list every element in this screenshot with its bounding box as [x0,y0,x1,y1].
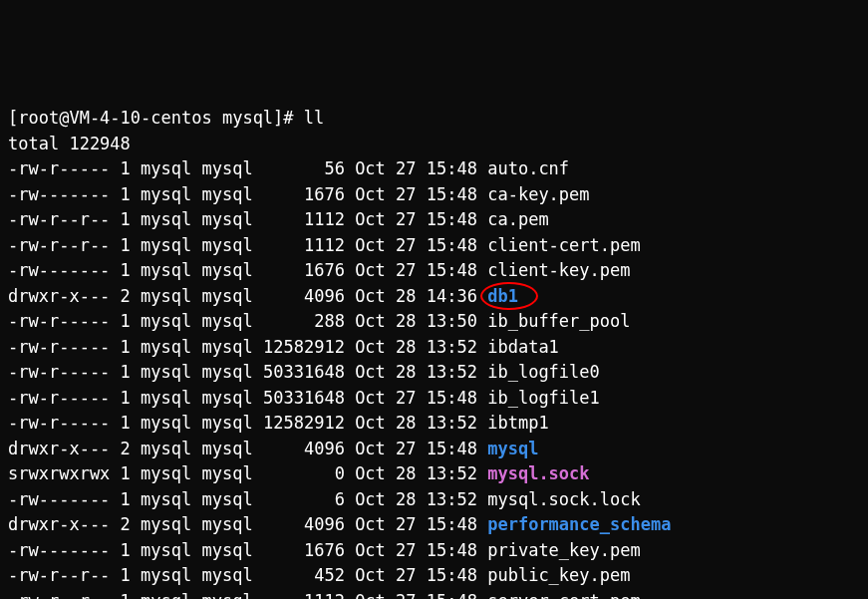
link-count: 1 [121,362,131,382]
permissions: -rw-r----- [8,311,110,331]
owner: mysql [141,286,191,306]
link-count: 1 [121,337,131,357]
size: 56 [263,158,345,178]
date: Oct 27 15:48 [355,540,477,560]
link-count: 1 [121,311,131,331]
group: mysql [202,413,253,433]
size: 4096 [263,439,345,458]
highlighted-file: db1 [487,284,518,310]
link-count: 1 [121,158,131,178]
group: mysql [202,439,253,458]
link-count: 1 [121,209,131,229]
size: 1676 [263,184,345,204]
size: 4096 [263,286,345,306]
file-row: srwxrwxrwx 1 mysql mysql 0 Oct 28 13:52 … [8,461,860,487]
terminal-output: [root@VM-4-10-centos mysql]# lltotal 122… [8,106,860,599]
file-row: -rw-r--r-- 1 mysql mysql 1112 Oct 27 15:… [8,207,860,233]
owner: mysql [141,540,191,560]
link-count: 2 [121,514,131,534]
date: Oct 27 15:48 [355,388,477,408]
permissions: -rw------- [8,489,110,509]
owner: mysql [141,362,191,382]
filename: db1 [487,286,518,306]
file-row: -rw-r--r-- 1 mysql mysql 1112 Oct 27 15:… [8,589,860,600]
date: Oct 28 14:36 [355,286,477,306]
date: Oct 28 13:52 [355,337,477,357]
file-row: -rw------- 1 mysql mysql 1676 Oct 27 15:… [8,182,860,208]
owner: mysql [141,565,191,585]
date: Oct 28 13:52 [355,489,477,509]
owner: mysql [141,388,191,408]
filename: ca-key.pem [487,184,589,204]
owner: mysql [141,209,191,229]
link-count: 1 [121,565,131,585]
date: Oct 27 15:48 [355,260,477,280]
owner: mysql [141,439,191,458]
group: mysql [202,337,253,357]
file-row: -rw------- 1 mysql mysql 1676 Oct 27 15:… [8,538,860,564]
filename: private_key.pem [487,540,641,560]
permissions: -rw-r--r-- [8,591,110,600]
permissions: -rw-r----- [8,388,110,408]
size: 1676 [263,540,345,560]
group: mysql [202,158,253,178]
size: 4096 [263,514,345,534]
file-row: -rw-r----- 1 mysql mysql 50331648 Oct 27… [8,386,860,412]
file-row: -rw-r----- 1 mysql mysql 12582912 Oct 28… [8,411,860,437]
permissions: drwxr-x--- [8,286,110,306]
filename: performance_schema [487,514,671,534]
owner: mysql [141,489,191,509]
date: Oct 28 13:52 [355,362,477,382]
filename: client-cert.pem [487,235,641,255]
file-row: -rw------- 1 mysql mysql 6 Oct 28 13:52 … [8,487,860,513]
date: Oct 28 13:50 [355,311,477,331]
permissions: -rw------- [8,184,110,204]
permissions: srwxrwxrwx [8,463,110,483]
filename: mysql.sock.lock [487,489,641,509]
owner: mysql [141,260,191,280]
link-count: 1 [121,540,131,560]
owner: mysql [141,184,191,204]
permissions: drwxr-x--- [8,439,110,458]
group: mysql [202,463,253,483]
filename: auto.cnf [487,158,569,178]
link-count: 1 [121,260,131,280]
owner: mysql [141,337,191,357]
link-count: 2 [121,286,131,306]
group: mysql [202,260,253,280]
permissions: -rw------- [8,260,110,280]
size: 0 [263,463,345,483]
date: Oct 27 15:48 [355,514,477,534]
size: 50331648 [263,362,345,382]
filename: ib_logfile1 [487,388,600,408]
owner: mysql [141,514,191,534]
group: mysql [202,235,253,255]
permissions: -rw-r----- [8,413,110,433]
link-count: 2 [121,439,131,458]
group: mysql [202,184,253,204]
file-row: -rw-r----- 1 mysql mysql 12582912 Oct 28… [8,335,860,361]
filename: ibdata1 [487,337,559,357]
size: 12582912 [263,337,345,357]
group: mysql [202,362,253,382]
permissions: -rw-r----- [8,362,110,382]
group: mysql [202,286,253,306]
group: mysql [202,388,253,408]
group: mysql [202,209,253,229]
file-row: -rw-r----- 1 mysql mysql 288 Oct 28 13:5… [8,309,860,335]
group: mysql [202,489,253,509]
permissions: -rw-r--r-- [8,235,110,255]
size: 452 [263,565,345,585]
prompt-line: [root@VM-4-10-centos mysql]# ll [8,106,860,132]
size: 1112 [263,209,345,229]
link-count: 1 [121,235,131,255]
date: Oct 27 15:48 [355,158,477,178]
group: mysql [202,514,253,534]
owner: mysql [141,463,191,483]
date: Oct 27 15:48 [355,591,477,600]
owner: mysql [141,158,191,178]
owner: mysql [141,413,191,433]
file-row: drwxr-x--- 2 mysql mysql 4096 Oct 27 15:… [8,512,860,538]
file-row: -rw-r----- 1 mysql mysql 50331648 Oct 28… [8,360,860,386]
permissions: -rw------- [8,540,110,560]
